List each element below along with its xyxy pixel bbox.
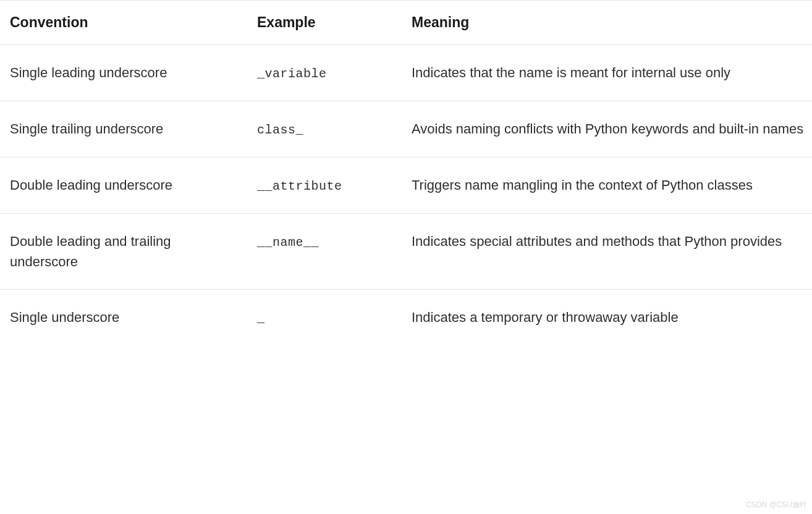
- code-example: class_: [257, 123, 303, 137]
- table-row: Single leading underscore _variable Indi…: [0, 44, 812, 101]
- code-example: __name__: [257, 235, 319, 250]
- table-row: Double leading and trailing underscore _…: [0, 213, 812, 289]
- cell-meaning: Indicates special attributes and methods…: [402, 213, 812, 289]
- cell-example: _: [247, 289, 402, 345]
- underscore-conventions-table: Convention Example Meaning Single leadin…: [0, 0, 812, 345]
- code-example: _: [257, 311, 265, 326]
- table-row: Double leading underscore __attribute Tr…: [0, 157, 812, 213]
- cell-example: __attribute: [247, 157, 402, 213]
- cell-meaning: Indicates a temporary or throwaway varia…: [402, 289, 812, 345]
- cell-convention: Single underscore: [0, 289, 247, 345]
- cell-convention: Double leading underscore: [0, 157, 247, 213]
- cell-convention: Double leading and trailing underscore: [0, 213, 247, 289]
- cell-meaning: Avoids naming conflicts with Python keyw…: [402, 101, 812, 157]
- code-example: _variable: [257, 67, 327, 81]
- header-meaning: Meaning: [402, 1, 812, 45]
- header-convention: Convention: [0, 1, 247, 45]
- table-header-row: Convention Example Meaning: [0, 1, 812, 45]
- code-example: __attribute: [257, 179, 342, 193]
- cell-example: __name__: [247, 213, 402, 289]
- cell-example: _variable: [247, 44, 402, 101]
- cell-meaning: Indicates that the name is meant for int…: [402, 44, 812, 101]
- cell-convention: Single trailing underscore: [0, 101, 247, 157]
- cell-example: class_: [247, 101, 402, 157]
- header-example: Example: [247, 1, 402, 45]
- table-row: Single trailing underscore class_ Avoids…: [0, 101, 812, 157]
- cell-convention: Single leading underscore: [0, 44, 247, 101]
- table-row: Single underscore _ Indicates a temporar…: [0, 289, 812, 345]
- cell-meaning: Triggers name mangling in the context of…: [402, 157, 812, 213]
